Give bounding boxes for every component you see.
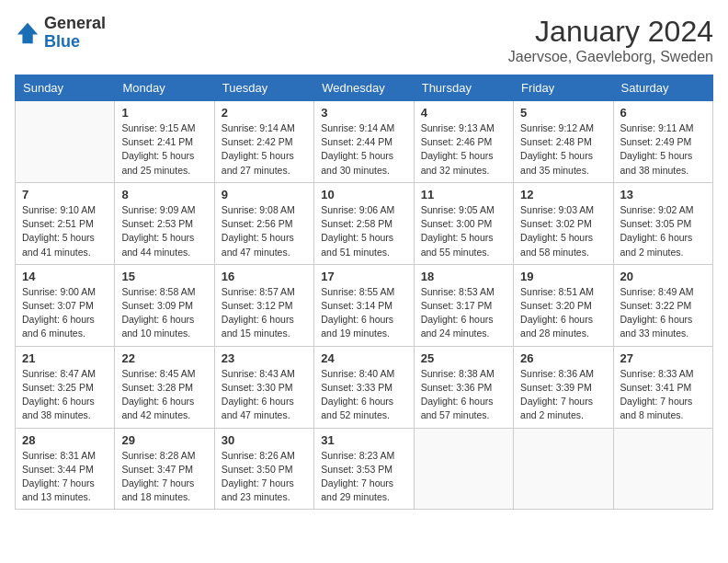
- calendar-cell: 1Sunrise: 9:15 AMSunset: 2:41 PMDaylight…: [115, 101, 214, 183]
- day-number: 3: [321, 106, 406, 120]
- logo-icon: [15, 20, 40, 46]
- day-info: Sunrise: 9:03 AMSunset: 3:02 PMDaylight:…: [520, 203, 606, 259]
- day-number: 7: [22, 188, 108, 201]
- day-number: 14: [22, 270, 108, 283]
- calendar-cell: 23Sunrise: 8:43 AMSunset: 3:30 PMDayligh…: [214, 346, 313, 428]
- calendar-cell: 30Sunrise: 8:26 AMSunset: 3:50 PMDayligh…: [214, 428, 313, 510]
- calendar-week-row: 1Sunrise: 9:15 AMSunset: 2:41 PMDaylight…: [16, 101, 713, 183]
- page-header: General Blue January 2024 Jaervsoe, Gaev…: [15, 15, 713, 65]
- logo-text: General Blue: [44, 15, 106, 52]
- calendar-cell: 28Sunrise: 8:31 AMSunset: 3:44 PMDayligh…: [16, 428, 115, 510]
- day-info: Sunrise: 8:38 AMSunset: 3:36 PMDaylight:…: [421, 367, 506, 423]
- day-number: 11: [421, 188, 506, 201]
- calendar-cell: 10Sunrise: 9:06 AMSunset: 2:58 PMDayligh…: [314, 182, 414, 264]
- calendar-cell: 14Sunrise: 9:00 AMSunset: 3:07 PMDayligh…: [16, 264, 115, 346]
- day-info: Sunrise: 8:51 AMSunset: 3:20 PMDaylight:…: [520, 285, 606, 341]
- calendar-cell: 20Sunrise: 8:49 AMSunset: 3:22 PMDayligh…: [613, 264, 712, 346]
- calendar-cell: 5Sunrise: 9:12 AMSunset: 2:48 PMDaylight…: [514, 101, 613, 183]
- calendar-cell: 12Sunrise: 9:03 AMSunset: 3:02 PMDayligh…: [514, 182, 613, 264]
- calendar-cell: [414, 428, 513, 510]
- day-number: 27: [620, 351, 706, 365]
- day-info: Sunrise: 9:06 AMSunset: 2:58 PMDaylight:…: [321, 203, 406, 259]
- day-info: Sunrise: 8:31 AMSunset: 3:44 PMDaylight:…: [22, 449, 108, 505]
- day-info: Sunrise: 8:45 AMSunset: 3:28 PMDaylight:…: [121, 367, 207, 423]
- day-info: Sunrise: 9:15 AMSunset: 2:41 PMDaylight:…: [121, 121, 207, 178]
- day-info: Sunrise: 9:00 AMSunset: 3:07 PMDaylight:…: [22, 285, 108, 341]
- day-number: 10: [321, 188, 406, 201]
- calendar-week-row: 7Sunrise: 9:10 AMSunset: 2:51 PMDaylight…: [16, 182, 713, 264]
- calendar-cell: 8Sunrise: 9:09 AMSunset: 2:53 PMDaylight…: [115, 182, 214, 264]
- day-info: Sunrise: 8:36 AMSunset: 3:39 PMDaylight:…: [520, 367, 606, 423]
- calendar-cell: 15Sunrise: 8:58 AMSunset: 3:09 PMDayligh…: [115, 264, 214, 346]
- calendar-cell: [613, 428, 712, 510]
- calendar-header-monday: Monday: [115, 75, 214, 101]
- calendar-cell: 22Sunrise: 8:45 AMSunset: 3:28 PMDayligh…: [115, 346, 214, 428]
- day-info: Sunrise: 8:33 AMSunset: 3:41 PMDaylight:…: [620, 367, 706, 423]
- calendar-cell: 18Sunrise: 8:53 AMSunset: 3:17 PMDayligh…: [414, 264, 513, 346]
- day-number: 23: [222, 351, 307, 365]
- day-number: 24: [321, 351, 406, 365]
- logo: General Blue: [15, 15, 106, 52]
- calendar-cell: 31Sunrise: 8:23 AMSunset: 3:53 PMDayligh…: [314, 428, 414, 510]
- calendar-week-row: 28Sunrise: 8:31 AMSunset: 3:44 PMDayligh…: [16, 428, 713, 510]
- calendar-cell: 29Sunrise: 8:28 AMSunset: 3:47 PMDayligh…: [115, 428, 214, 510]
- calendar-cell: 2Sunrise: 9:14 AMSunset: 2:42 PMDaylight…: [214, 101, 313, 183]
- day-number: 29: [121, 433, 207, 447]
- calendar-cell: 3Sunrise: 9:14 AMSunset: 2:44 PMDaylight…: [314, 101, 414, 183]
- day-number: 22: [121, 351, 207, 365]
- day-number: 4: [421, 106, 506, 120]
- day-info: Sunrise: 9:14 AMSunset: 2:42 PMDaylight:…: [222, 121, 307, 178]
- calendar-header-saturday: Saturday: [613, 75, 712, 101]
- day-number: 12: [520, 188, 606, 201]
- day-info: Sunrise: 9:05 AMSunset: 3:00 PMDaylight:…: [421, 203, 506, 259]
- calendar-cell: 24Sunrise: 8:40 AMSunset: 3:33 PMDayligh…: [314, 346, 414, 428]
- calendar-header-wednesday: Wednesday: [314, 75, 414, 101]
- day-number: 25: [421, 351, 506, 365]
- day-info: Sunrise: 8:58 AMSunset: 3:09 PMDaylight:…: [121, 285, 207, 341]
- calendar-cell: 4Sunrise: 9:13 AMSunset: 2:46 PMDaylight…: [414, 101, 513, 183]
- day-info: Sunrise: 8:40 AMSunset: 3:33 PMDaylight:…: [321, 367, 406, 423]
- day-info: Sunrise: 8:43 AMSunset: 3:30 PMDaylight:…: [222, 367, 307, 423]
- calendar-cell: 13Sunrise: 9:02 AMSunset: 3:05 PMDayligh…: [613, 182, 712, 264]
- calendar-cell: 16Sunrise: 8:57 AMSunset: 3:12 PMDayligh…: [214, 264, 313, 346]
- calendar-cell: 7Sunrise: 9:10 AMSunset: 2:51 PMDaylight…: [16, 182, 115, 264]
- day-info: Sunrise: 8:49 AMSunset: 3:22 PMDaylight:…: [620, 285, 706, 341]
- day-info: Sunrise: 9:14 AMSunset: 2:44 PMDaylight:…: [321, 121, 406, 178]
- day-number: 6: [620, 106, 706, 120]
- location-title: Jaervsoe, Gaevleborg, Sweden: [508, 49, 713, 65]
- day-info: Sunrise: 9:08 AMSunset: 2:56 PMDaylight:…: [222, 203, 307, 259]
- calendar-header-sunday: Sunday: [16, 75, 115, 101]
- day-info: Sunrise: 9:11 AMSunset: 2:49 PMDaylight:…: [620, 121, 706, 178]
- day-number: 5: [520, 106, 606, 120]
- day-number: 9: [222, 188, 307, 201]
- day-number: 17: [321, 270, 406, 283]
- calendar-cell: 19Sunrise: 8:51 AMSunset: 3:20 PMDayligh…: [514, 264, 613, 346]
- calendar-cell: [16, 101, 115, 183]
- day-number: 20: [620, 270, 706, 283]
- day-info: Sunrise: 8:47 AMSunset: 3:25 PMDaylight:…: [22, 367, 108, 423]
- day-number: 26: [520, 351, 606, 365]
- calendar-cell: 11Sunrise: 9:05 AMSunset: 3:00 PMDayligh…: [414, 182, 513, 264]
- day-info: Sunrise: 8:23 AMSunset: 3:53 PMDaylight:…: [321, 449, 406, 505]
- day-info: Sunrise: 8:53 AMSunset: 3:17 PMDaylight:…: [421, 285, 506, 341]
- day-number: 8: [121, 188, 207, 201]
- day-number: 16: [222, 270, 307, 283]
- day-info: Sunrise: 9:10 AMSunset: 2:51 PMDaylight:…: [22, 203, 108, 259]
- calendar-table: SundayMondayTuesdayWednesdayThursdayFrid…: [15, 75, 713, 510]
- day-number: 2: [222, 106, 307, 120]
- calendar-cell: 21Sunrise: 8:47 AMSunset: 3:25 PMDayligh…: [16, 346, 115, 428]
- day-number: 21: [22, 351, 108, 365]
- day-info: Sunrise: 8:26 AMSunset: 3:50 PMDaylight:…: [222, 449, 307, 505]
- calendar-cell: 6Sunrise: 9:11 AMSunset: 2:49 PMDaylight…: [613, 101, 712, 183]
- day-info: Sunrise: 8:57 AMSunset: 3:12 PMDaylight:…: [222, 285, 307, 341]
- calendar-cell: 27Sunrise: 8:33 AMSunset: 3:41 PMDayligh…: [613, 346, 712, 428]
- calendar-header-friday: Friday: [514, 75, 613, 101]
- logo-general-text: General: [44, 15, 106, 33]
- month-title: January 2024: [508, 15, 713, 49]
- logo-blue-text: Blue: [44, 33, 106, 52]
- day-info: Sunrise: 9:02 AMSunset: 3:05 PMDaylight:…: [620, 203, 706, 259]
- day-number: 13: [620, 188, 706, 201]
- calendar-cell: [514, 428, 613, 510]
- svg-marker-0: [17, 23, 38, 43]
- calendar-header-thursday: Thursday: [414, 75, 513, 101]
